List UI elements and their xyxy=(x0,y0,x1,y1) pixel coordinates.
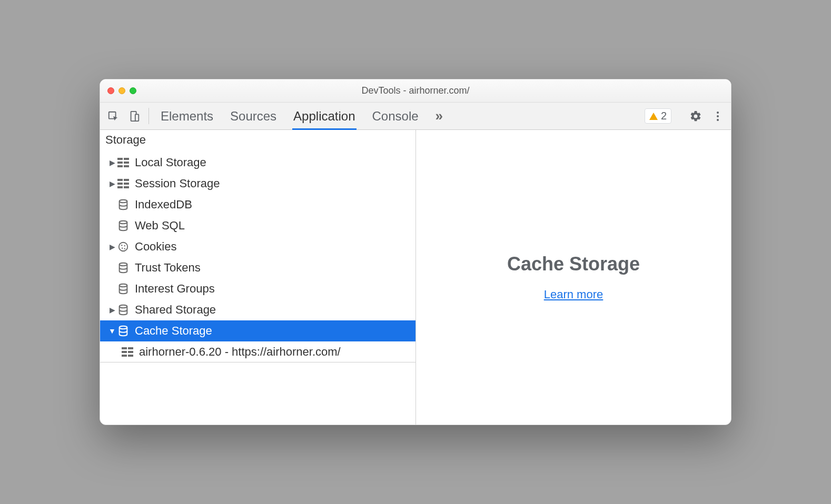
svg-point-25 xyxy=(120,263,127,266)
svg-point-27 xyxy=(120,305,127,308)
titlebar: DevTools - airhorner.com/ xyxy=(100,79,731,103)
svg-rect-12 xyxy=(117,179,123,181)
db-icon xyxy=(117,261,130,274)
application-sidebar: Storage ▶ Local Storage▶ Session Storage… xyxy=(100,130,416,425)
svg-rect-13 xyxy=(124,179,129,181)
tree-item-label: Trust Tokens xyxy=(135,261,201,275)
tab-elements[interactable]: Elements xyxy=(161,103,213,129)
close-window-button[interactable] xyxy=(107,87,114,94)
chevron-right-icon[interactable]: ▶ xyxy=(108,158,116,167)
issues-counter[interactable]: 2 xyxy=(645,108,671,124)
svg-rect-17 xyxy=(124,186,129,188)
content-area: Storage ▶ Local Storage▶ Session Storage… xyxy=(100,130,731,425)
tab-console[interactable]: Console xyxy=(372,103,419,129)
svg-point-24 xyxy=(124,248,125,249)
tab-sources[interactable]: Sources xyxy=(230,103,276,129)
tree-item-label: IndexedDB xyxy=(135,198,192,211)
tree-item-interest-groups[interactable]: ▶ Interest Groups xyxy=(100,278,416,299)
svg-point-21 xyxy=(121,245,122,246)
db-icon xyxy=(117,283,130,295)
svg-rect-30 xyxy=(128,347,133,349)
svg-rect-31 xyxy=(122,351,127,353)
tree-item-web-sql[interactable]: ▶ Web SQL xyxy=(100,215,416,236)
chevron-right-icon[interactable]: ▶ xyxy=(108,179,116,188)
svg-rect-15 xyxy=(124,183,129,185)
tree-item-label: Cookies xyxy=(135,240,176,254)
tree-item-cookies[interactable]: ▶ Cookies xyxy=(100,236,416,257)
cookie-icon xyxy=(117,240,130,253)
issues-count: 2 xyxy=(661,110,667,122)
main-heading: Cache Storage xyxy=(507,253,640,275)
tree-item-local-storage[interactable]: ▶ Local Storage xyxy=(100,152,416,173)
warning-icon xyxy=(649,113,658,120)
svg-rect-7 xyxy=(124,158,129,160)
tree-item-label: Web SQL xyxy=(135,219,185,233)
tree-item-label: Shared Storage xyxy=(135,303,216,317)
devtools-toolbar: Elements Sources Application Console » 2 xyxy=(100,103,731,130)
storage-tree: ▶ Local Storage▶ Session Storage▶ Indexe… xyxy=(100,152,416,362)
svg-point-26 xyxy=(120,284,127,287)
svg-point-18 xyxy=(120,200,127,203)
tree-item-label: Interest Groups xyxy=(135,282,215,296)
tree-item-label: Local Storage xyxy=(135,156,206,169)
svg-rect-9 xyxy=(124,162,129,164)
device-toolbar-icon[interactable] xyxy=(127,109,141,123)
svg-point-22 xyxy=(124,245,125,246)
svg-rect-10 xyxy=(117,165,123,167)
svg-point-20 xyxy=(119,243,128,251)
db-icon xyxy=(117,304,130,316)
tree-item-label: airhorner-0.6.20 - https://airhorner.com… xyxy=(139,345,341,359)
svg-rect-32 xyxy=(128,351,133,353)
grid-icon xyxy=(117,156,130,169)
minimize-window-button[interactable] xyxy=(118,87,125,94)
panel-tabs: Elements Sources Application Console » xyxy=(161,103,443,129)
chevron-right-icon[interactable]: ▶ xyxy=(108,243,116,251)
svg-rect-6 xyxy=(117,158,123,160)
svg-rect-14 xyxy=(117,183,123,185)
kebab-menu-icon[interactable] xyxy=(711,109,725,123)
tabs-overflow-icon[interactable]: » xyxy=(436,103,443,129)
tab-application[interactable]: Application xyxy=(293,103,355,129)
tree-item-indexeddb[interactable]: ▶ IndexedDB xyxy=(100,194,416,215)
chevron-right-icon[interactable]: ▶ xyxy=(108,306,116,314)
tree-item-label: Cache Storage xyxy=(135,324,212,338)
svg-rect-33 xyxy=(122,355,127,357)
tree-item-airhorner-0-6-20-https-airhorner-com[interactable]: ▶ airhorner-0.6.20 - https://airhorner.c… xyxy=(100,341,416,362)
zoom-window-button[interactable] xyxy=(130,87,136,94)
svg-point-23 xyxy=(122,248,123,249)
svg-point-5 xyxy=(717,119,719,121)
grid-icon xyxy=(121,346,134,358)
svg-point-3 xyxy=(717,112,719,114)
section-header-storage: Storage xyxy=(100,130,416,152)
window-controls xyxy=(107,87,136,94)
svg-rect-29 xyxy=(122,347,127,349)
svg-rect-8 xyxy=(117,162,123,164)
db-icon xyxy=(117,325,130,337)
tree-item-trust-tokens[interactable]: ▶ Trust Tokens xyxy=(100,257,416,278)
main-panel: Cache Storage Learn more xyxy=(416,130,731,425)
svg-point-28 xyxy=(120,326,127,329)
svg-rect-11 xyxy=(124,165,129,167)
chevron-down-icon[interactable]: ▼ xyxy=(108,327,116,335)
grid-icon xyxy=(117,177,130,190)
window-title: DevTools - airhorner.com/ xyxy=(100,85,731,96)
svg-point-4 xyxy=(717,115,719,117)
inspect-element-icon[interactable] xyxy=(106,109,120,123)
svg-point-19 xyxy=(120,221,127,224)
svg-rect-34 xyxy=(128,355,133,357)
db-icon xyxy=(117,219,130,232)
devtools-window: DevTools - airhorner.com/ Elements Sourc… xyxy=(100,79,731,425)
tree-item-session-storage[interactable]: ▶ Session Storage xyxy=(100,173,416,194)
settings-icon[interactable] xyxy=(689,109,703,123)
tree-item-cache-storage[interactable]: ▼ Cache Storage xyxy=(100,320,416,341)
svg-rect-2 xyxy=(135,114,138,121)
tree-item-label: Session Storage xyxy=(135,177,220,190)
db-icon xyxy=(117,198,130,211)
learn-more-link[interactable]: Learn more xyxy=(544,288,604,301)
svg-rect-16 xyxy=(117,186,123,188)
tree-item-shared-storage[interactable]: ▶ Shared Storage xyxy=(100,299,416,320)
